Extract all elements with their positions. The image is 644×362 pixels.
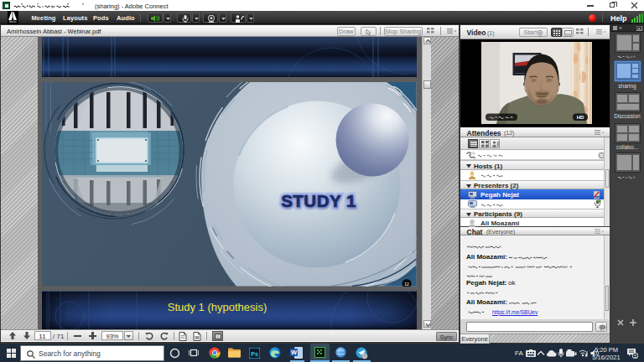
svg-text:HD: HD <box>577 115 584 120</box>
svg-text:5: 5 <box>634 354 636 359</box>
svg-text:Ps: Ps <box>251 351 258 357</box>
svg-text:12: 12 <box>404 282 409 287</box>
svg-text:W: W <box>291 349 298 356</box>
svg-text:STUDY 1: STUDY 1 <box>281 191 356 210</box>
